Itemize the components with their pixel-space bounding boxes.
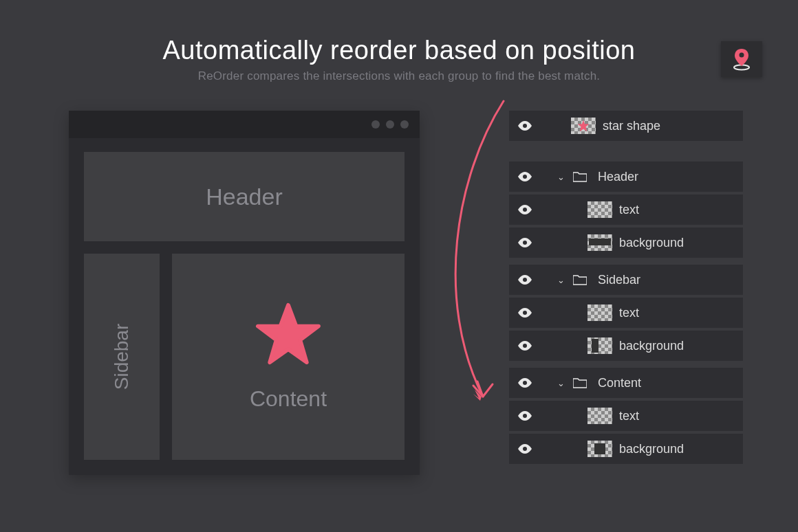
layer-row-background[interactable]: background (509, 331, 743, 361)
visibility-toggle[interactable] (516, 378, 534, 388)
pin-icon (731, 47, 752, 71)
layer-label: background (619, 236, 684, 250)
layer-row-text[interactable]: text (509, 298, 743, 328)
page-subtitle: ReOrder compares the intersections with … (0, 69, 798, 83)
layer-thumbnail (587, 441, 612, 457)
visibility-toggle[interactable] (516, 275, 534, 285)
svg-point-8 (523, 344, 527, 348)
mockup-header-region: Header (84, 152, 405, 241)
layer-group-label: Content (598, 376, 641, 390)
star-icon (255, 302, 321, 366)
layer-group-sidebar[interactable]: ⌄ Sidebar (509, 265, 743, 295)
visibility-toggle[interactable] (516, 238, 534, 247)
layer-group-header[interactable]: ⌄ Header (509, 162, 743, 192)
layer-group-label: Sidebar (598, 273, 640, 287)
plugin-badge (721, 41, 762, 77)
mockup-sidebar-region: Sidebar (84, 254, 160, 460)
svg-point-7 (523, 311, 527, 315)
arrow-indicator (414, 94, 517, 417)
layer-thumbnail (587, 304, 612, 321)
visibility-toggle[interactable] (516, 205, 534, 214)
folder-icon (573, 377, 587, 388)
window-dot (400, 120, 409, 129)
mockup-content-label: Content (250, 386, 327, 412)
mockup-sidebar-label: Sidebar (111, 324, 133, 390)
layer-label: star shape (603, 119, 660, 133)
page-title: Automatically reorder based on position (0, 36, 798, 65)
visibility-toggle[interactable] (516, 308, 534, 318)
mockup-header-label: Header (206, 184, 283, 210)
layer-label: background (619, 442, 684, 456)
layer-thumbnail (587, 201, 612, 218)
mockup-content-region: Content (172, 254, 405, 460)
visibility-toggle[interactable] (516, 121, 534, 131)
svg-point-10 (523, 414, 527, 418)
folder-icon (573, 171, 587, 182)
svg-point-11 (523, 447, 527, 451)
layer-thumbnail (587, 234, 612, 251)
svg-point-9 (523, 381, 527, 385)
svg-point-6 (523, 278, 527, 282)
layer-row-text[interactable]: text (509, 195, 743, 225)
visibility-toggle[interactable] (516, 411, 534, 421)
svg-point-4 (523, 208, 527, 212)
layer-label: text (619, 409, 639, 423)
layers-panel: star shape ⌄ Header text background (509, 111, 743, 475)
svg-point-1 (740, 53, 744, 58)
layer-label: background (619, 339, 684, 353)
layer-row-star[interactable]: star shape (509, 111, 743, 141)
layer-thumbnail (571, 118, 596, 134)
layer-row-background[interactable]: background (509, 228, 743, 258)
visibility-toggle[interactable] (516, 341, 534, 351)
page-mockup: Header Sidebar Content (69, 111, 420, 475)
layer-group-content[interactable]: ⌄ Content (509, 368, 743, 398)
layer-label: text (619, 203, 639, 217)
svg-point-3 (523, 175, 527, 179)
folder-icon (573, 274, 587, 285)
visibility-toggle[interactable] (516, 172, 534, 181)
svg-point-5 (523, 241, 527, 245)
layer-row-text[interactable]: text (509, 401, 743, 431)
layer-row-background[interactable]: background (509, 434, 743, 464)
window-dot (371, 120, 380, 129)
visibility-toggle[interactable] (516, 444, 534, 454)
chevron-down-icon[interactable]: ⌄ (557, 378, 565, 388)
chevron-down-icon[interactable]: ⌄ (557, 275, 565, 285)
layer-thumbnail (587, 337, 612, 354)
window-dot (386, 120, 394, 129)
layer-label: text (619, 306, 639, 320)
window-controls (69, 111, 420, 138)
chevron-down-icon[interactable]: ⌄ (557, 172, 565, 182)
layer-group-label: Header (598, 170, 638, 184)
layer-thumbnail (587, 408, 612, 424)
svg-point-2 (523, 124, 527, 128)
